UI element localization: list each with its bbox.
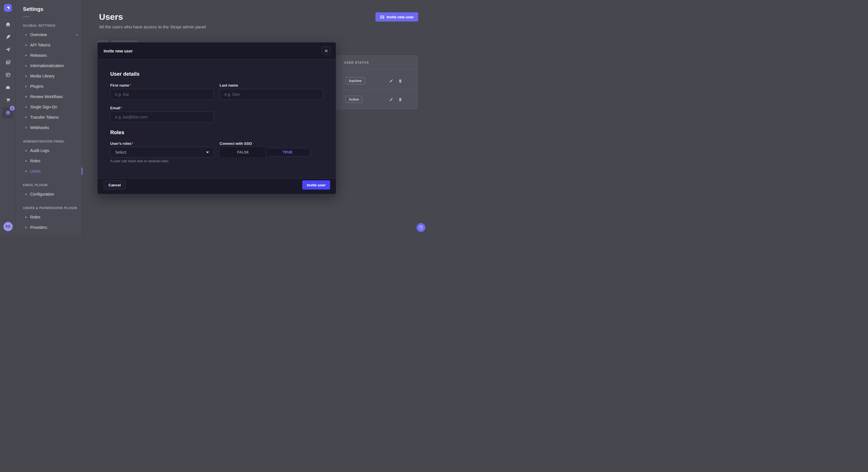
sidebar-item-releases[interactable]: Releases xyxy=(23,50,82,61)
last-name-label: Last name xyxy=(220,83,238,88)
trash-icon xyxy=(398,79,402,83)
bullet-icon xyxy=(25,171,27,172)
bullet-icon xyxy=(25,96,27,98)
sidebar-item-label: Webhooks xyxy=(30,125,49,130)
user-status-column-header: USER STATUS xyxy=(344,61,369,64)
sidebar-item-review-workflows[interactable]: Review Workflows xyxy=(23,92,82,102)
sidebar-item-label: Roles xyxy=(30,159,40,163)
modal-footer: Cancel Invite user xyxy=(98,178,336,194)
delete-user-button[interactable] xyxy=(396,96,404,103)
sidebar-item-label: Transfer Tokens xyxy=(30,115,59,120)
page-title: Users xyxy=(99,12,123,22)
home-nav-button[interactable] xyxy=(0,18,16,31)
modal-title: Invite new user xyxy=(104,42,133,59)
paper-plane-icon xyxy=(5,47,11,53)
user-avatar[interactable]: KD xyxy=(3,222,12,231)
sidebar-item-internationalization[interactable]: Internationalization xyxy=(23,61,82,71)
edit-user-button[interactable] xyxy=(387,96,395,103)
bullet-icon xyxy=(25,194,27,195)
icon-rail: 1 KD xyxy=(0,0,16,236)
deploy-nav-button[interactable] xyxy=(0,81,16,94)
section-label-users-permissions-plugin: USERS & PERMISSIONS PLUGIN xyxy=(23,206,82,210)
sidebar-item-label: Single Sign-On xyxy=(30,105,57,109)
delete-user-button[interactable] xyxy=(396,77,404,85)
sidebar-item-label: Media Library xyxy=(30,74,55,78)
sidebar-item-label: Review Workflows xyxy=(30,94,63,99)
email-field[interactable] xyxy=(110,111,214,123)
select-placeholder: Select xyxy=(115,150,126,155)
bullet-icon xyxy=(25,227,27,228)
sidebar-item-label: Audit Logs xyxy=(30,148,49,153)
sidebar-item-label: Users xyxy=(30,169,41,173)
invite-new-user-modal: Invite new user User details First name*… xyxy=(98,42,336,194)
bullet-icon xyxy=(25,216,27,218)
help-icon: ? xyxy=(419,225,423,230)
invite-new-user-button[interactable]: Invite new user xyxy=(375,12,418,22)
roles-heading: Roles xyxy=(110,130,124,136)
sso-option-false[interactable]: FALSE xyxy=(221,148,266,157)
sidebar-item-providers[interactable]: Providers xyxy=(23,222,82,233)
layout-icon xyxy=(5,72,11,78)
sso-option-true[interactable]: TRUE xyxy=(266,148,310,157)
marketplace-nav-button[interactable] xyxy=(0,94,16,106)
sidebar-item-transfer-tokens[interactable]: Transfer Tokens xyxy=(23,112,82,123)
sidebar-title: Settings xyxy=(23,6,82,12)
cart-icon xyxy=(5,97,11,103)
sidebar-item-single-sign-on[interactable]: Single Sign-On xyxy=(23,102,82,112)
strapi-logo[interactable] xyxy=(4,4,12,12)
chevron-down-icon xyxy=(206,151,209,154)
rail-bottom-divider xyxy=(0,220,16,220)
first-name-field[interactable] xyxy=(110,89,214,100)
invite-new-user-label: Invite new user xyxy=(386,15,414,19)
settings-nav-button[interactable]: 1 xyxy=(0,106,16,119)
sidebar-item-plugins[interactable]: Plugins xyxy=(23,81,82,92)
invite-user-button[interactable]: Invite user xyxy=(302,180,330,190)
sidebar-item-configuration[interactable]: Configuration xyxy=(23,189,82,199)
sidebar-item-label: Releases xyxy=(30,53,47,58)
help-button[interactable]: ? xyxy=(416,223,425,232)
user-details-heading: User details xyxy=(110,71,140,77)
sidebar-item-label: API Tokens xyxy=(30,43,51,47)
trash-icon xyxy=(398,98,402,102)
email-label: Email* xyxy=(110,106,122,110)
feather-icon xyxy=(5,34,11,40)
sidebar-item-webhooks[interactable]: Webhooks xyxy=(23,123,82,133)
sidebar-item-label: Overview xyxy=(30,32,47,37)
bullet-icon xyxy=(25,86,27,87)
status-badge: Active xyxy=(345,96,362,103)
last-name-field[interactable] xyxy=(220,89,323,100)
edit-user-button[interactable] xyxy=(387,77,395,85)
sidebar-item-api-tokens[interactable]: API Tokens xyxy=(23,40,82,50)
connect-with-sso-label: Connect with SSO xyxy=(220,141,252,146)
sidebar-item-audit-logs[interactable]: Audit Logs xyxy=(23,145,82,156)
bullet-icon xyxy=(25,75,27,77)
sidebar-item-label: Configuration xyxy=(30,192,54,196)
cancel-button[interactable]: Cancel xyxy=(104,180,126,190)
releases-nav-button[interactable] xyxy=(0,43,16,56)
required-mark: * xyxy=(129,83,131,88)
content-manager-nav-button[interactable] xyxy=(0,31,16,43)
sidebar-item-users[interactable]: Users xyxy=(23,166,82,176)
bullet-icon xyxy=(25,106,27,108)
home-icon xyxy=(5,22,11,27)
required-mark: * xyxy=(121,106,122,110)
section-label-email-plugin: EMAIL PLUGIN xyxy=(23,183,82,187)
media-library-nav-button[interactable] xyxy=(0,56,16,69)
sidebar-item-admin-roles[interactable]: Roles xyxy=(23,156,82,166)
bullet-icon xyxy=(25,150,27,151)
sidebar-item-media-library[interactable]: Media Library xyxy=(23,71,82,81)
sidebar-item-overview[interactable]: Overview xyxy=(23,30,82,40)
content-type-builder-nav-button[interactable] xyxy=(0,69,16,81)
bullet-icon xyxy=(25,65,27,67)
close-modal-button[interactable] xyxy=(322,47,330,55)
modal-body: User details First name* Last name Email… xyxy=(98,59,336,178)
section-label-global-settings: GLOBAL SETTINGS xyxy=(23,24,82,27)
page-subtitle: All the users who have access to the Str… xyxy=(99,24,206,29)
pencil-icon xyxy=(389,98,393,102)
sidebar-item-up-roles[interactable]: Roles xyxy=(23,212,82,222)
first-name-label: First name* xyxy=(110,83,131,88)
settings-sidebar: Settings GLOBAL SETTINGS Overview API To… xyxy=(16,0,82,236)
settings-badge: 1 xyxy=(10,106,14,111)
notification-dot-icon xyxy=(76,34,78,36)
users-roles-select[interactable]: Select xyxy=(110,147,214,158)
